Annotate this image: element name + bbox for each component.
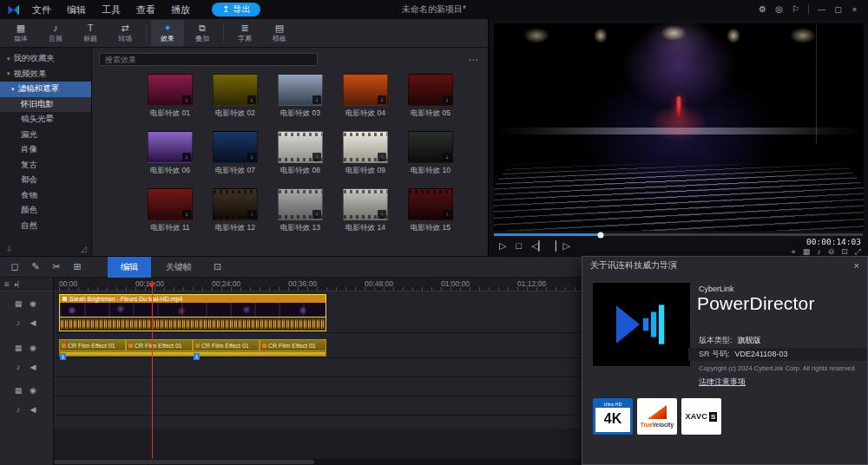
sidebar-item[interactable]: 漏光 <box>0 128 91 143</box>
effect-item[interactable]: ↓电影特效 02 <box>213 74 258 119</box>
add-track-button[interactable]: ⊞ <box>4 281 10 288</box>
menu-item[interactable]: 编辑 <box>59 3 94 16</box>
effect-item[interactable]: ↓电影特效 06 <box>148 131 193 176</box>
resize-handle-icon[interactable]: ◿ <box>81 245 87 253</box>
export-button[interactable]: ↥ 导出 <box>212 3 260 16</box>
download-icon[interactable]: ↓ <box>443 153 451 161</box>
effect-item[interactable]: ↓电影特效 03 <box>278 74 323 119</box>
ribbon-item-media[interactable]: ▦媒体 <box>4 20 37 46</box>
tab-edit[interactable]: 编辑 <box>108 257 151 278</box>
effect-item[interactable]: ↓电影特效 05 <box>408 74 453 119</box>
effect-item[interactable]: ↓电影特效 12 <box>213 188 258 233</box>
download-icon[interactable]: ↓ <box>247 210 256 219</box>
sidebar-item[interactable]: ▾视频效果 <box>0 67 91 82</box>
zoom-out-icon[interactable]: ⊖ <box>828 247 835 256</box>
track-header-audio[interactable]: ♪◀ <box>0 400 53 418</box>
effect-clip[interactable]: CR Film Effect 01 <box>260 339 326 351</box>
settings-icon[interactable]: ⚙ <box>754 0 771 19</box>
effect-keyframe-strip[interactable]: 11 <box>59 351 326 357</box>
tab-keyframe[interactable]: 关键帧 <box>153 257 205 278</box>
download-icon[interactable]: ↓ <box>247 153 256 161</box>
sidebar-item[interactable]: ▾滤镜和遮罩 <box>0 82 91 97</box>
video-preview[interactable] <box>494 23 864 231</box>
playhead-marker[interactable] <box>148 283 155 288</box>
effect-item[interactable]: ↓电影特效 08 <box>278 131 323 176</box>
download-icon[interactable]: ↓ <box>312 210 321 219</box>
ribbon-item-effects[interactable]: ✦效果 <box>151 20 184 46</box>
effect-clip[interactable]: CR Film Effect 01 <box>193 339 260 351</box>
effect-item[interactable]: ↓电影特效 14 <box>343 188 388 233</box>
sidebar-item[interactable]: 都会 <box>0 173 91 188</box>
sidebar-item[interactable]: 自然 <box>0 219 91 234</box>
sidebar-item[interactable]: 颜色 <box>0 203 91 219</box>
keyframe-marker[interactable]: 1 <box>60 353 66 360</box>
volume-icon[interactable]: ♪ <box>817 247 821 256</box>
effect-item[interactable]: ↓电影特效 10 <box>408 131 453 176</box>
download-icon[interactable]: ↓ <box>378 153 386 161</box>
sidebar-item[interactable]: 复古 <box>0 158 91 174</box>
fullscreen-icon[interactable]: ⤢ <box>855 247 861 256</box>
menu-item[interactable]: 工具 <box>94 3 128 16</box>
sidebar-item[interactable]: ▾我的收藏夹 <box>0 51 91 67</box>
download-icon[interactable]: ↓ <box>182 95 191 104</box>
legal-notices-link[interactable]: 法律注意事项 <box>699 377 746 388</box>
playhead[interactable] <box>152 283 153 459</box>
track-header-video[interactable]: ▦◉ <box>0 381 53 399</box>
ribbon-item-transition[interactable]: ⇄转场 <box>108 20 141 46</box>
track-header-video[interactable]: ▦◉ <box>0 338 53 357</box>
download-icon[interactable]: ↓ <box>443 210 451 219</box>
effect-item[interactable]: ↓电影特效 15 <box>408 188 453 233</box>
track-header-video[interactable]: ▦◉ <box>0 294 53 312</box>
effect-clip[interactable]: CR Film Effect 01 <box>126 339 193 351</box>
preview-quality-icon[interactable]: ▦ <box>803 247 811 256</box>
effect-item[interactable]: ↓电影特效 01 <box>148 74 193 119</box>
video-clip[interactable]: Sarah Brightman - Fleurs Du Mal-HD.mp4 <box>59 294 326 318</box>
menu-item[interactable]: 播放 <box>163 3 198 16</box>
notifications-icon[interactable]: ⚐ <box>787 0 804 19</box>
effect-clip[interactable]: CR Film Effect 01 <box>59 339 126 351</box>
close-icon[interactable]: × <box>854 260 859 271</box>
track-header-audio[interactable]: ♪◀ <box>0 313 53 331</box>
keyframe-marker[interactable]: 1 <box>194 353 200 360</box>
effect-item[interactable]: ↓电影特效 09 <box>343 131 388 176</box>
ribbon-item-audio[interactable]: ♪音频 <box>39 20 72 46</box>
sidebar-item[interactable]: 怀旧电影 <box>0 97 91 113</box>
stop-button[interactable]: □ <box>516 239 522 252</box>
track-manager-icon[interactable]: ⊡ <box>214 257 221 278</box>
effect-item[interactable]: ↓电影特效 13 <box>278 188 323 233</box>
play-button[interactable]: ▷ <box>499 239 506 252</box>
next-frame-button[interactable]: ▏▷ <box>556 239 570 252</box>
menu-item[interactable]: 查看 <box>128 3 163 16</box>
snap-to-playhead-button[interactable]: ▸▏ <box>15 281 23 288</box>
search-input[interactable] <box>99 53 318 66</box>
download-icon[interactable]: ↓ <box>312 95 321 104</box>
effect-item[interactable]: ↓电影特效 04 <box>343 74 388 119</box>
crop-icon[interactable]: ⊞ <box>68 257 87 277</box>
download-icon[interactable]: ↓ <box>312 153 321 161</box>
previous-frame-button[interactable]: ◁▏ <box>531 239 546 252</box>
maximize-button[interactable]: ▢ <box>830 0 846 19</box>
ribbon-item-overlay[interactable]: ⧉叠加 <box>186 20 219 46</box>
design-icon[interactable]: ✎ <box>26 257 45 277</box>
download-manager-icon[interactable]: ⇩ <box>6 245 13 253</box>
track-header-audio[interactable]: ♪◀ <box>0 357 53 376</box>
download-icon[interactable]: ↓ <box>182 210 191 219</box>
ribbon-item-subtitle[interactable]: ≣字幕 <box>228 20 261 46</box>
snapshot-icon[interactable]: ⌖ <box>792 247 796 256</box>
ribbon-item-title[interactable]: T标题 <box>74 20 107 46</box>
minimize-button[interactable]: — <box>813 0 830 19</box>
sidebar-item[interactable]: 肖像 <box>0 142 91 158</box>
account-icon[interactable]: ◎ <box>771 0 787 19</box>
ribbon-item-template[interactable]: ▤模板 <box>263 20 296 46</box>
sidebar-item[interactable]: 食物 <box>0 188 91 204</box>
audio-clip[interactable] <box>59 318 326 331</box>
effect-item[interactable]: ↓电影特效 11 <box>148 188 193 233</box>
download-icon[interactable]: ↓ <box>378 210 386 219</box>
range-select-icon[interactable]: ◻ <box>5 257 24 277</box>
scrollbar-thumb[interactable] <box>54 460 314 464</box>
download-icon[interactable]: ↓ <box>378 95 386 104</box>
download-icon[interactable]: ↓ <box>247 95 256 104</box>
sidebar-item[interactable]: 镜头光晕 <box>0 112 91 128</box>
download-icon[interactable]: ↓ <box>182 153 191 161</box>
more-options-icon[interactable]: ⋯ <box>468 54 479 66</box>
